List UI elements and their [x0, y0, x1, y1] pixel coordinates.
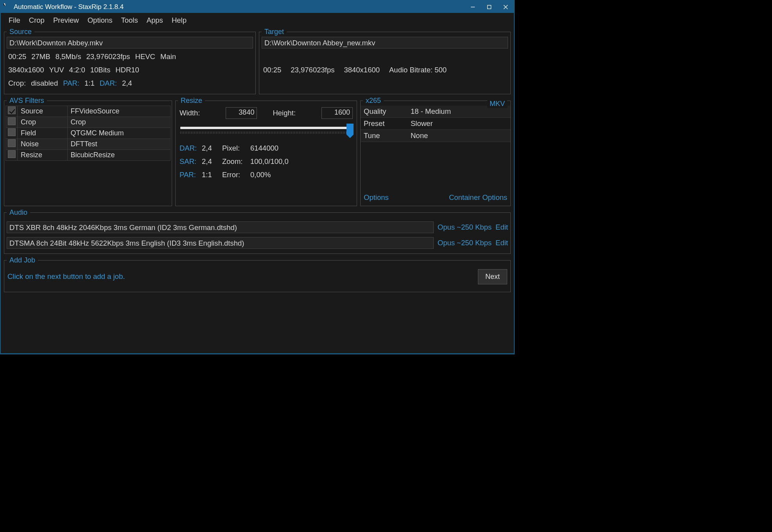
filter-script: BicubicResize [67, 150, 171, 161]
add-job-legend: Add Job [7, 256, 38, 264]
close-button[interactable] [497, 1, 514, 13]
height-label: Height: [273, 109, 296, 117]
next-button[interactable]: Next [478, 269, 507, 284]
par-value: 1:1 [202, 171, 221, 179]
dar-label: DAR: [180, 144, 201, 153]
audio-legend: Audio [7, 208, 30, 217]
source-group: Source D:\Work\Downton Abbey.mkv 00:2527… [4, 28, 256, 94]
source-info-3: Crop:disabled PAR:1:1 DAR:2,4 [7, 77, 253, 90]
resize-legend: Resize [178, 97, 205, 105]
target-group: Target D:\Work\Downton Abbey_new.mkv 00:… [259, 28, 511, 94]
filter-name: Noise [18, 139, 68, 150]
filter-name: Crop [18, 117, 68, 128]
menu-options[interactable]: Options [83, 14, 117, 26]
avs-filter-row[interactable]: CropCrop [6, 117, 171, 128]
error-label: Error: [222, 171, 250, 179]
resize-group: Resize Width: 3840 Height: 1600 [175, 97, 357, 206]
window-title: Automatic Workflow - StaxRip 2.1.8.4 [14, 3, 124, 11]
filter-checkbox[interactable] [8, 150, 16, 158]
zoom-value: 100,0/100,0 [250, 157, 353, 166]
pixel-value: 6144000 [250, 144, 353, 153]
filter-checkbox[interactable] [8, 106, 16, 114]
menubar: File Crop Preview Options Tools Apps Hel… [1, 13, 514, 28]
par-label: PAR: [180, 171, 201, 179]
avs-filter-table: SourceFFVideoSourceCropCropFieldQTGMC Me… [5, 106, 171, 161]
menu-preview[interactable]: Preview [49, 14, 83, 26]
audio-format-1[interactable]: Opus ~250 Kbps [438, 223, 492, 232]
dar-value: 2,4 [202, 144, 221, 153]
sar-value: 2,4 [202, 157, 221, 166]
source-path[interactable]: D:\Work\Downton Abbey.mkv [7, 37, 253, 49]
filter-name: Field [18, 128, 68, 139]
titlebar[interactable]: Automatic Workflow - StaxRip 2.1.8.4 [1, 1, 514, 13]
error-value: 0,00% [250, 171, 353, 179]
app-icon [4, 4, 11, 11]
target-info: 00:2523,976023fps3840x1600Audio Bitrate:… [262, 63, 508, 77]
pixel-label: Pixel: [222, 144, 250, 153]
menu-tools[interactable]: Tools [117, 14, 142, 26]
filter-checkbox[interactable] [8, 117, 16, 125]
filter-checkbox[interactable] [8, 139, 16, 147]
filter-script: QTGMC Medium [67, 128, 171, 139]
encoder-legend[interactable]: x265 [363, 97, 384, 105]
menu-help[interactable]: Help [167, 14, 191, 26]
avs-filter-row[interactable]: SourceFFVideoSource [6, 106, 171, 117]
avs-filters-group: AVS Filters SourceFFVideoSourceCropCropF… [4, 97, 172, 206]
maximize-button[interactable] [481, 1, 497, 13]
sar-label: SAR: [180, 157, 201, 166]
filter-script: DFTTest [67, 139, 171, 150]
enc-row-preset[interactable]: PresetSlower [361, 118, 510, 130]
audio-track-2[interactable]: DTSMA 8ch 24Bit 48kHz 5622Kbps 3ms Engli… [7, 237, 434, 249]
audio-group: Audio DTS XBR 8ch 48kHz 2046Kbps 3ms Ger… [4, 208, 511, 254]
audio-edit-1[interactable]: Edit [496, 223, 508, 232]
source-info-2: 3840x1600YUV4:2:010BitsHDR10 [7, 63, 253, 77]
target-path[interactable]: D:\Work\Downton Abbey_new.mkv [262, 37, 508, 49]
source-legend: Source [7, 28, 34, 36]
job-hint: Click on the next button to add a job. [7, 272, 125, 281]
target-legend: Target [262, 28, 287, 36]
height-input[interactable]: 1600 [321, 107, 353, 119]
avs-filter-row[interactable]: ResizeBicubicResize [6, 150, 171, 161]
menu-apps[interactable]: Apps [142, 14, 167, 26]
audio-format-2[interactable]: Opus ~250 Kbps [438, 239, 492, 247]
encoder-options-link[interactable]: Options [364, 193, 389, 202]
encoder-group: x265 MKV Quality18 - Medium PresetSlower… [360, 97, 511, 206]
zoom-label: Zoom: [222, 157, 250, 166]
menu-file[interactable]: File [4, 14, 25, 26]
filter-name: Source [18, 106, 68, 117]
filter-script: FFVideoSource [67, 106, 171, 117]
resize-slider[interactable] [180, 123, 353, 137]
width-input[interactable]: 3840 [226, 107, 257, 119]
filter-script: Crop [67, 117, 171, 128]
avs-filter-row[interactable]: FieldQTGMC Medium [6, 128, 171, 139]
enc-row-tune[interactable]: TuneNone [361, 130, 510, 142]
container-label[interactable]: MKV [487, 100, 507, 108]
avs-legend: AVS Filters [7, 97, 47, 105]
filter-name: Resize [18, 150, 68, 161]
minimize-button[interactable] [465, 1, 481, 13]
container-options-link[interactable]: Container Options [449, 193, 507, 202]
audio-track-1[interactable]: DTS XBR 8ch 48kHz 2046Kbps 3ms German (I… [7, 221, 434, 233]
menu-crop[interactable]: Crop [25, 14, 49, 26]
audio-edit-2[interactable]: Edit [496, 239, 508, 247]
avs-filter-row[interactable]: NoiseDFTTest [6, 139, 171, 150]
svg-rect-1 [488, 5, 491, 9]
source-info-1: 00:2527MB8,5Mb/s23,976023fpsHEVCMain [7, 50, 253, 63]
filter-checkbox[interactable] [8, 128, 16, 136]
add-job-group: Add Job Click on the next button to add … [4, 256, 511, 292]
width-label: Width: [180, 109, 200, 117]
